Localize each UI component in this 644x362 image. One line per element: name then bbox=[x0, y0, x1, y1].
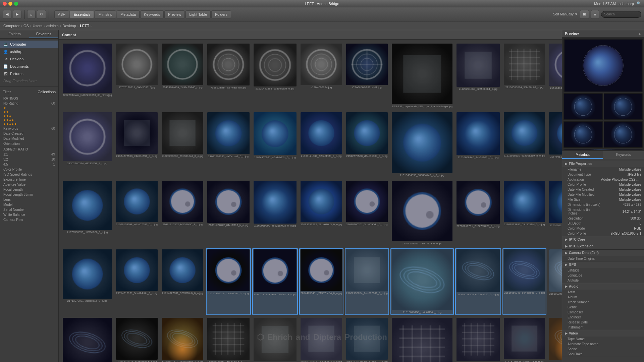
thumbnail-item-51[interactable]: 21517779149_dd7a74ce8_0_o.jpg bbox=[345, 316, 389, 362]
thumbnail-item-14[interactable]: 21729223339_39b9d18cd_0_o.jpg bbox=[160, 111, 205, 178]
thumbnail-item-47[interactable]: 14301821710_168e00d8a_1_o.jpg bbox=[160, 316, 205, 362]
preview-thumb2[interactable] bbox=[604, 93, 643, 120]
thumbnail-item-29[interactable]: 21698200261_3cc4096db_0_o.jpg bbox=[345, 179, 389, 247]
thumbnail-item-54[interactable]: 21713726151_4529b1f5_d_o.jpg bbox=[502, 316, 547, 362]
sidebar-item-ashthrp[interactable]: 👤 ashthrp bbox=[0, 48, 58, 55]
nav-back-button[interactable]: ◀ bbox=[3, 10, 11, 19]
filter-aperture[interactable]: Aperture Value bbox=[0, 182, 58, 187]
thumbnail-item-36[interactable]: 21714027031_3205f26b8_0_o.jpg bbox=[160, 248, 205, 315]
thumbnail-item-8[interactable]: STS-133_dayofmndz_ISS_1_argt_article-lar… bbox=[390, 42, 454, 110]
filter-aspect-4-5[interactable]: 4:51 bbox=[0, 162, 58, 167]
thumbnail-item-44[interactable]: 21518024889_50648feadd_0_o.jpg bbox=[548, 248, 562, 315]
thumbnail-item-35[interactable]: 21714019131_9ecd24c8b_0_o.jpg bbox=[115, 248, 159, 315]
filter-white-balance[interactable]: White Balance bbox=[0, 212, 58, 217]
preview-thumb1[interactable] bbox=[564, 93, 603, 120]
nav-forward-button[interactable]: ▶ bbox=[13, 10, 21, 19]
thumbnail-item-4[interactable]: 755812main_iss_view_full.jpg bbox=[206, 42, 251, 110]
close-button[interactable] bbox=[3, 2, 7, 6]
thumbnail-item-27[interactable]: 21662959802_a6d25af003_0_o.jpg bbox=[252, 179, 298, 247]
thumbnail-item-32[interactable]: 21709533881_09d5531fd_0_o.jpg bbox=[502, 179, 547, 247]
sidebar-item-computer[interactable]: 💻 Computer bbox=[0, 41, 58, 48]
thumbnail-item-26[interactable]: 21891422072_01cbff313_b_o.jpg bbox=[206, 179, 251, 247]
filter-star2[interactable]: ★★ bbox=[0, 110, 58, 114]
thumbnail-item-23[interactable]: 21676590956_b0f53d826_8_o.jpg bbox=[61, 179, 113, 247]
home-button[interactable]: ⌂ bbox=[27, 10, 36, 19]
thumbnail-item-22[interactable]: 21676611195_f90cd36e8_0_o.jpg bbox=[548, 111, 562, 178]
thumbnail-item-39[interactable]: 22044759481_21587ae84_0_o.jpg bbox=[299, 248, 343, 315]
tab-essentials[interactable]: Essentials bbox=[70, 10, 94, 18]
thumbnail-item-52[interactable]: 21704769045_45007270e_7_o.jpg bbox=[390, 316, 454, 362]
thumbnail-item-48[interactable]: 16839016975_c47b7c2f15_1_o.jpg bbox=[206, 316, 251, 362]
thumbnail-item-12[interactable]: 21352965374_d3213453_9_o.jpg bbox=[61, 111, 113, 178]
preview-thumb3[interactable] bbox=[564, 121, 603, 148]
filter-focal-35mm[interactable]: Focal Length 35mm bbox=[0, 192, 58, 197]
filter-focal-length[interactable]: Focal Length bbox=[0, 187, 58, 192]
breadcrumb-os[interactable]: OS bbox=[23, 24, 29, 28]
thumbnail-item-49[interactable]: 21083483383_67e8206f82_0_o.jpg bbox=[252, 316, 298, 362]
tab-folders[interactable]: Folders bbox=[211, 10, 231, 18]
content-tab-label[interactable]: Content bbox=[62, 33, 76, 37]
thumbnail-item-46[interactable]: 21700632875_a41b7820_b_o.jpg bbox=[115, 316, 159, 362]
sidebar-item-pictures[interactable]: 🖼 Pictures bbox=[0, 70, 58, 77]
view-list-button[interactable]: ≡ bbox=[591, 10, 599, 19]
thumbnail-item-24[interactable]: 21669103098_e6bd57682_0_o.jpg bbox=[115, 179, 159, 247]
view-grid-button[interactable]: ⊞ bbox=[580, 10, 589, 19]
tab-metadata-panel[interactable]: Metadata bbox=[562, 151, 603, 159]
filter-date-created[interactable]: Date Created bbox=[0, 131, 58, 136]
filter-keywords[interactable]: Keywords60 bbox=[0, 126, 58, 131]
filter-camera-raw[interactable]: Camera Raw bbox=[0, 217, 58, 222]
thumbnail-item-37[interactable]: 21717830019_fu89c0584_0_o.jpg bbox=[206, 248, 251, 315]
thumbnail-item-20[interactable]: 21516658140_3ae3d90fd_0_o.jpg bbox=[455, 111, 501, 178]
thumbnail-item-53[interactable]: 21712016811_51724791f3_0_o.jpg bbox=[455, 316, 501, 362]
search-input[interactable] bbox=[601, 11, 641, 18]
search-icon[interactable]: 🔍 bbox=[637, 1, 641, 6]
gps-header[interactable]: ▶ GPS bbox=[562, 261, 644, 268]
filter-serial[interactable]: Serial Number bbox=[0, 207, 58, 212]
minimize-button[interactable] bbox=[8, 2, 12, 6]
preview-thumb5[interactable] bbox=[564, 149, 643, 149]
thumbnail-item-55[interactable]: 21714058571_b2228ba61_a_o.jpg bbox=[548, 316, 562, 362]
refresh-button[interactable]: ↺ bbox=[37, 10, 46, 19]
thumbnail-item-34[interactable]: 21713973081_36dee61d_0_o.jpg bbox=[61, 248, 113, 315]
filter-star4[interactable]: ★★★★ bbox=[0, 118, 58, 122]
breadcrumb-desktop[interactable]: Desktop bbox=[62, 24, 76, 28]
sidebar-item-documents[interactable]: 📄 Documents bbox=[0, 63, 58, 70]
thumbnail-item-1[interactable]: 4272694main_lsd02290850_68_hires.jpg bbox=[61, 42, 113, 110]
filter-date-modified[interactable]: Date Modified bbox=[0, 136, 58, 141]
thumbnail-item-7[interactable]: OSAS-569-28914HR.jpg bbox=[345, 42, 389, 110]
thumbnail-item-5[interactable]: 21520441383_1539f85a7f_o.jpg bbox=[252, 42, 298, 110]
filter-aspect-1-1[interactable]: 1:149 bbox=[0, 152, 58, 157]
audio-header[interactable]: ▶ Audio bbox=[562, 283, 644, 290]
thumbnail-item-43[interactable]: 21516950348_564c5dfd6_0_o.jpg bbox=[502, 248, 547, 315]
favorites-tab[interactable]: Favorites bbox=[29, 30, 58, 38]
thumbnail-item-10[interactable]: 21108086074_3f1a26b63_o.jpg bbox=[502, 42, 547, 110]
tab-filmstrip[interactable]: Filmstrip bbox=[95, 10, 116, 18]
tab-lighttable[interactable]: Light Table bbox=[185, 10, 211, 18]
thumbnail-item-9[interactable]: 21729221869_a26536ab4_o.jpg bbox=[455, 42, 501, 110]
maximize-button[interactable] bbox=[14, 2, 18, 6]
video-header[interactable]: ▶ Video bbox=[562, 330, 644, 337]
camera-header[interactable]: ▶ Camera Data (Exif) bbox=[562, 250, 644, 256]
tab-preview[interactable]: Preview bbox=[164, 10, 185, 18]
thumbnail-item-15[interactable]: 21081903233_daf0ccca1_0_o.jpg bbox=[206, 111, 251, 178]
thumbnail-item-6[interactable]: a130w009694.jpg bbox=[299, 42, 343, 110]
thumbnail-item-21[interactable]: 21516568310_d1a02abc9_8_o.jpg bbox=[502, 111, 547, 178]
tab-keywords[interactable]: Keywords bbox=[140, 10, 164, 18]
filter-color-profile[interactable]: Color Profile bbox=[0, 167, 58, 172]
collections-tab[interactable]: Collections bbox=[38, 90, 56, 94]
filter-star5[interactable]: ★★★★★ bbox=[0, 122, 58, 126]
thumbnail-item-31[interactable]: 21708611731_2a22795223_0_o.jpg bbox=[455, 179, 501, 247]
thumbnail-item-17[interactable]: 21030121034_62ca2ffef8_0_o.jpg bbox=[299, 111, 343, 178]
preview-collapse[interactable]: ▲ bbox=[638, 32, 641, 36]
filter-model[interactable]: Model bbox=[0, 202, 58, 207]
filter-exposure[interactable]: Exposure Time bbox=[0, 177, 58, 182]
filter-no-rating[interactable]: No Rating 60 bbox=[0, 101, 58, 106]
thumbnail-item-38[interactable]: 21847686549_aaac7705ed_3_o.jpg bbox=[252, 248, 298, 315]
thumbnail-item-18[interactable]: 21512679530_d74c8b30c_0_o.jpg bbox=[345, 111, 389, 178]
file-properties-header[interactable]: ▶ File Properties bbox=[562, 161, 644, 167]
filter-star3[interactable]: ★★★ bbox=[0, 114, 58, 118]
thumbnail-item-19[interactable]: 21513494890_9008844c9_h_0_o.jpg bbox=[390, 111, 454, 178]
breadcrumb-ashthrp[interactable]: ashthrp bbox=[46, 24, 59, 28]
thumbnail-item-41[interactable]: 21516849150_cc4c64f94c_o.jpg bbox=[390, 248, 454, 315]
filter-iso[interactable]: ISO Speed Ratings bbox=[0, 172, 58, 177]
